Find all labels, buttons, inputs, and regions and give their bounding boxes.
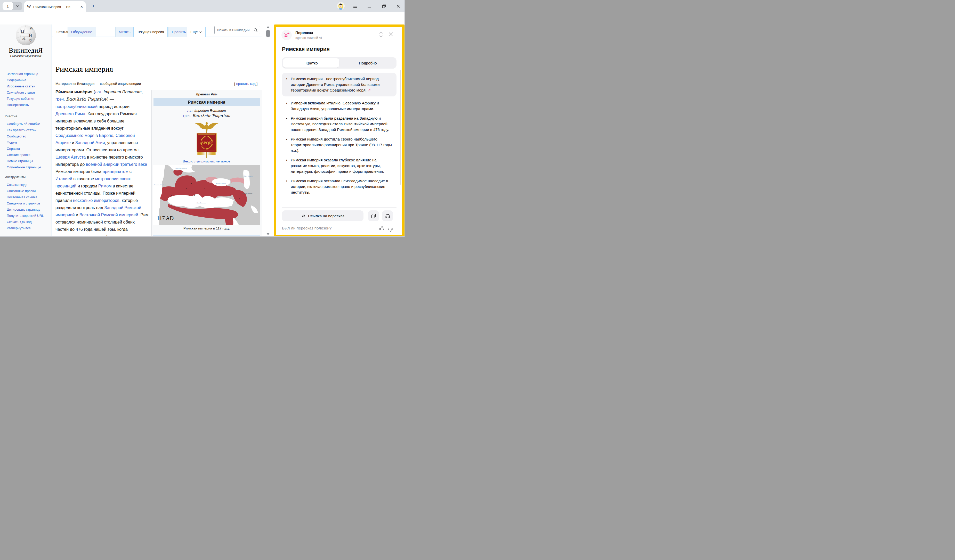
- link-icon: [301, 214, 306, 218]
- chevron-down-icon[interactable]: [13, 2, 22, 10]
- sidebar-link[interactable]: Постоянная ссылка: [7, 194, 50, 200]
- vexillum-image[interactable]: SPQR: [152, 120, 262, 158]
- scrollbar-thumb[interactable]: [266, 30, 270, 37]
- sidebar-link[interactable]: Избранные статьи: [7, 83, 50, 89]
- map-year-label: 117 AD: [157, 215, 174, 221]
- listen-button[interactable]: [382, 211, 393, 221]
- latin-name: Imperium Romanum: [194, 109, 226, 112]
- sidebar-link[interactable]: Сообщить об ошибке: [7, 121, 50, 127]
- menu-button[interactable]: [352, 3, 358, 9]
- article-link[interactable]: постреспубликанский: [55, 104, 97, 109]
- sidebar-link[interactable]: Случайная статья: [7, 89, 50, 96]
- thumbs-down-button[interactable]: [388, 227, 393, 232]
- sidebar-link[interactable]: Сведения о странице: [7, 200, 50, 206]
- sidebar-link[interactable]: Сообщество: [7, 133, 50, 139]
- sidebar-link[interactable]: Текущие события: [7, 96, 50, 102]
- article-link[interactable]: военной анархии: [86, 162, 119, 167]
- tab-brief[interactable]: Кратко: [283, 57, 340, 69]
- close-window-button[interactable]: [396, 3, 401, 9]
- sidebar-link[interactable]: Цитировать страницу: [7, 206, 50, 213]
- tab-discussion[interactable]: Обсуждение: [67, 27, 96, 37]
- article-text: ) —: [107, 97, 114, 101]
- sidebar-link[interactable]: Новые страницы: [7, 158, 50, 164]
- new-tab-button[interactable]: +: [89, 2, 97, 10]
- article-text: ,: [142, 89, 143, 94]
- browser-tab[interactable]: W Римская империя — Ви ✕: [24, 1, 86, 12]
- tab-close-icon[interactable]: ✕: [80, 5, 83, 9]
- scroll-down-arrow-icon[interactable]: [266, 233, 270, 235]
- tab-detailed[interactable]: Подробно: [339, 57, 396, 69]
- sidebar-link[interactable]: Справка: [7, 146, 50, 152]
- scroll-up-arrow-icon[interactable]: [266, 26, 270, 28]
- article-link[interactable]: Древнего Рима: [55, 111, 85, 116]
- article-text: период истории: [97, 104, 130, 109]
- copy-button[interactable]: [368, 211, 379, 221]
- sidebar-link[interactable]: Получить короткий URL: [7, 213, 50, 219]
- panel-title: Пересказ: [295, 30, 313, 35]
- article-link[interactable]: Цезаря Августа: [55, 155, 86, 159]
- tab-edit[interactable]: Править: [168, 27, 189, 37]
- sidebar-link[interactable]: Свежие правки: [7, 152, 50, 158]
- sidebar-link[interactable]: Пожертвовать: [7, 102, 50, 108]
- tab-title: Римская империя — Ви: [33, 5, 79, 9]
- spqr-text: SPQR: [202, 141, 212, 145]
- sidebar-link[interactable]: Ссылки сюда: [7, 182, 50, 188]
- panel-divider: [282, 207, 396, 207]
- thumbs-up-button[interactable]: [379, 225, 385, 231]
- infobox-super-title: Древний Рим: [152, 92, 262, 96]
- close-icon: [396, 5, 400, 8]
- sidebar-link[interactable]: Заглавная страница: [7, 71, 50, 77]
- search-input[interactable]: [214, 28, 253, 32]
- sidebar-section-header: Инструменты: [0, 170, 50, 180]
- sidebar-link[interactable]: Содержание: [7, 77, 50, 83]
- tab-read[interactable]: Читать: [115, 27, 134, 37]
- minimize-button[interactable]: [366, 3, 372, 9]
- article-link[interactable]: Италией: [55, 176, 72, 181]
- restore-icon: [382, 5, 386, 8]
- empire-map-image[interactable]: Oceanus AtlanticusMare GermanicumPontus …: [153, 165, 260, 225]
- article-link[interactable]: Средиземного моря: [55, 133, 94, 138]
- article-link[interactable]: Римом: [98, 184, 111, 188]
- article-link[interactable]: Европе: [99, 133, 113, 138]
- article-link[interactable]: Восточной Римской империей: [80, 212, 138, 217]
- sidebar-link[interactable]: Развернуть всё: [7, 225, 50, 231]
- sidebar-link[interactable]: Скачать QR-код: [7, 219, 50, 225]
- info-button[interactable]: [379, 32, 384, 37]
- sidebar-link[interactable]: Форум: [7, 139, 50, 146]
- tab-more[interactable]: Ещё: [187, 27, 206, 37]
- retell-link-button[interactable]: Ссылка на пересказ: [282, 211, 363, 221]
- profile-avatar[interactable]: [337, 2, 344, 10]
- sidebar-link[interactable]: Как править статьи: [7, 127, 50, 133]
- summary-bullet: Римская империя оставила неизгладимое на…: [282, 178, 396, 195]
- sidebar-link[interactable]: Связанные правки: [7, 188, 50, 194]
- article-text: Imperium Romanum: [103, 89, 141, 94]
- page-scrollbar[interactable]: [262, 25, 274, 237]
- retell-panel: Пересказ сделан Алисой AI Римская импери…: [274, 25, 404, 237]
- chevron-down-icon: [199, 31, 202, 33]
- article-link[interactable]: принципатом: [103, 169, 128, 174]
- tab-current-version[interactable]: Текущая версия: [133, 27, 168, 37]
- article-link[interactable]: несколько императоров: [73, 198, 119, 203]
- article-link[interactable]: Западной Азии: [75, 140, 105, 145]
- restore-window-button[interactable]: [381, 3, 387, 9]
- wikipedia-logo[interactable]: W Ω И 維 ワ ВикипедиЯ Свободная энциклопед…: [0, 25, 52, 58]
- article-link[interactable]: третьего века: [121, 162, 147, 167]
- article-text: и городом: [76, 184, 98, 188]
- edit-code-anchor[interactable]: править код: [236, 82, 256, 86]
- panel-scrollbar-thumb[interactable]: [400, 70, 401, 185]
- hamburger-icon: [353, 5, 357, 8]
- article-link[interactable]: лат.: [95, 89, 102, 94]
- tab-count-badge[interactable]: 1: [3, 2, 13, 10]
- article-text: с: [128, 169, 132, 174]
- source-link-arrow[interactable]: ↗: [366, 88, 371, 92]
- greek-prefix-link[interactable]: греч.: [183, 114, 191, 118]
- latin-prefix-link[interactable]: лат.: [187, 109, 194, 112]
- wiki-search-box[interactable]: [214, 26, 260, 34]
- map-sea-label: Mare Germanicum: [175, 168, 187, 169]
- search-icon[interactable]: [253, 28, 258, 33]
- article-link[interactable]: греч.: [55, 97, 65, 101]
- vexillum-caption-link[interactable]: Вексиллум римских легионов: [152, 159, 262, 163]
- panel-close-button[interactable]: [389, 32, 393, 37]
- sidebar-link[interactable]: Служебные страницы: [7, 164, 50, 170]
- tab-group-button[interactable]: 1: [3, 2, 22, 10]
